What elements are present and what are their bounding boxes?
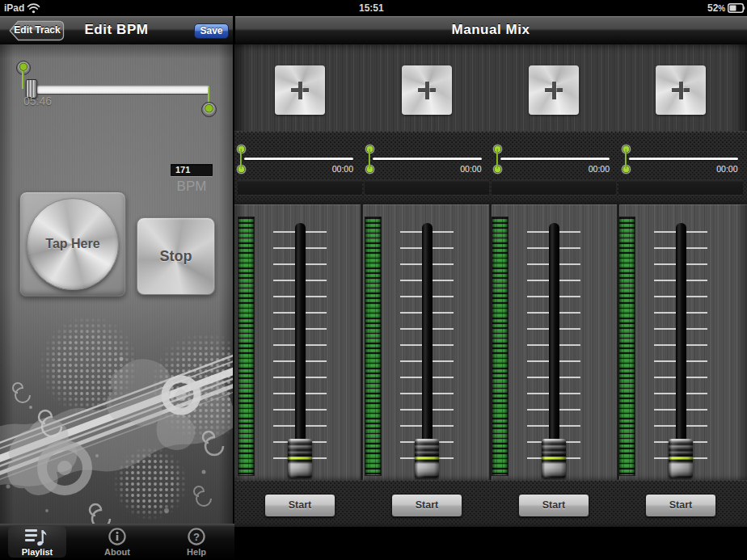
svg-text:?: ? (193, 531, 200, 543)
